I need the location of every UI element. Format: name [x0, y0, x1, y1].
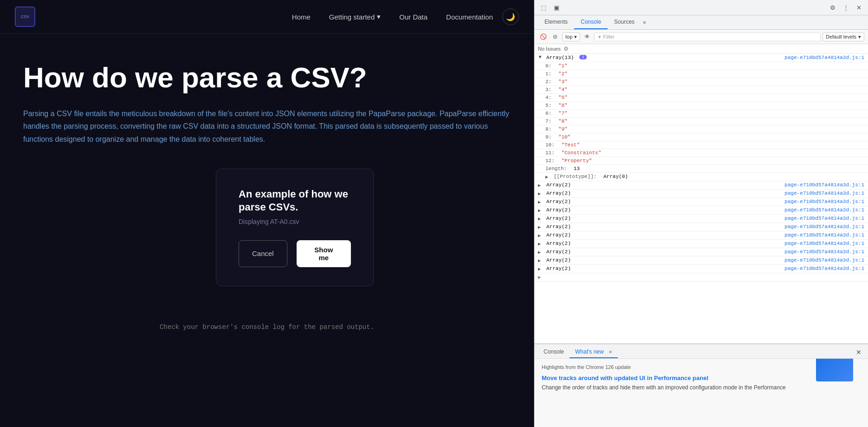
file-link[interactable]: page-e710bd57a4814a3d.js:1 [781, 199, 864, 204]
dt-more-tabs[interactable]: » [643, 19, 646, 26]
nav-links: Home Getting started ▾ Our Data Document… [292, 13, 493, 21]
devtools-inspect-icon[interactable]: ⬚ [538, 2, 549, 13]
dt-levels-selector[interactable]: Default levels ▾ [823, 33, 864, 41]
expand-arrow-icon[interactable]: ▶ [538, 199, 543, 205]
file-link[interactable]: page-e710bd57a4814a3d.js:1 [781, 216, 864, 221]
page-title: How do we parse a CSV? [23, 62, 511, 93]
console-array-collapsed-3[interactable]: ▶ Array(2) page-e710bd57a4814a3d.js:1 [534, 198, 868, 206]
file-link[interactable]: page-e710bd57a4814a3d.js:1 [781, 191, 864, 196]
console-array-collapsed-7[interactable]: ▶ Array(2) page-e710bd57a4814a3d.js:1 [534, 231, 868, 240]
dt-console-output[interactable]: ▶ Array(13) i page-e710bd57a4814a3d.js:1… [534, 54, 868, 343]
console-array-collapsed-4[interactable]: ▶ Array(2) page-e710bd57a4814a3d.js:1 [534, 206, 868, 215]
whats-new-title[interactable]: Move tracks around with updated UI in Pe… [542, 374, 861, 381]
devtools-tabs: Elements Console Sources » [534, 15, 868, 30]
devtools-settings-icon[interactable]: ⚙ [827, 2, 838, 13]
console-array-collapsed-9[interactable]: ▶ Array(2) page-e710bd57a4814a3d.js:1 [534, 248, 868, 256]
dt-filter-input[interactable]: ▾ Filter [594, 33, 821, 41]
file-link[interactable]: page-e710bd57a4814a3d.js:1 [781, 241, 864, 246]
nav-home[interactable]: Home [292, 13, 311, 21]
nav-documentation[interactable]: Documentation [446, 13, 493, 21]
array-label: Array(13) [546, 55, 574, 60]
dt-clear-button[interactable]: 🚫 [538, 32, 548, 42]
array-child-10: 10: "Test" [534, 141, 868, 149]
whats-new-text: Change the order of tracks and hide them… [542, 384, 861, 391]
cancel-button[interactable]: Cancel [239, 240, 287, 267]
modal-buttons: Cancel Show me [239, 240, 351, 267]
console-array-collapsed-10[interactable]: ▶ Array(2) page-e710bd57a4814a3d.js:1 [534, 256, 868, 265]
array-child-7: 7: "8" [534, 118, 868, 125]
array-child-8: 8: "9" [534, 125, 868, 133]
array-length: length: 13 [534, 165, 868, 173]
logo-text: CSV [21, 14, 30, 19]
dt-tab-console[interactable]: Console [538, 346, 570, 358]
array-child-5: 5: "6" [534, 102, 868, 110]
console-array-collapsed-1[interactable]: ▶ Array(2) page-e710bd57a4814a3d.js:1 [534, 181, 868, 190]
dt-tab-close-icon[interactable]: ✕ [609, 349, 612, 355]
nav-our-data[interactable]: Our Data [399, 13, 428, 21]
dt-tab-whats-new[interactable]: What's new ✕ [570, 346, 618, 358]
tab-elements[interactable]: Elements [538, 15, 574, 29]
console-array-collapsed-2[interactable]: ▶ Array(2) page-e710bd57a4814a3d.js:1 [534, 190, 868, 198]
console-array-collapsed-8[interactable]: ▶ Array(2) page-e710bd57a4814a3d.js:1 [534, 240, 868, 248]
chevron-down-icon: ▾ [858, 34, 861, 40]
devtools-close-icon[interactable]: ✕ [853, 2, 864, 13]
nav-getting-started[interactable]: Getting started ▾ [329, 13, 381, 21]
array-child-2: 2: "3" [534, 78, 868, 86]
file-link[interactable]: page-e710bd57a4814a3d.js:1 [781, 257, 864, 263]
theme-toggle-button[interactable]: 🌙 [502, 8, 519, 25]
dt-pause-button[interactable]: ⊘ [550, 32, 560, 42]
dt-context-selector[interactable]: top ▾ [562, 33, 580, 41]
devtools-more-icon[interactable]: ⋮ [840, 2, 851, 13]
main-site: CSV Home Getting started ▾ Our Data Docu… [0, 0, 534, 427]
tab-sources[interactable]: Sources [608, 15, 641, 29]
file-link[interactable]: page-e710bd57a4814a3d.js:1 [781, 232, 864, 238]
expand-arrow-icon[interactable]: ▶ [538, 266, 543, 272]
file-link[interactable]: page-e710bd57a4814a3d.js:1 [781, 207, 864, 213]
expand-arrow-icon[interactable]: ▶ [538, 224, 543, 230]
dt-top-label: top [565, 34, 572, 39]
dt-bottom-content: Highlights from the Chrome 126 update Mo… [534, 359, 868, 427]
file-link[interactable]: page-e710bd57a4814a3d.js:1 [781, 55, 864, 60]
issues-gear-icon[interactable]: ⚙ [564, 46, 569, 52]
console-arrow-icon: ▶ [538, 274, 541, 280]
modal-subtext: Displaying AT-A0.csv [239, 218, 351, 225]
devtools-device-icon[interactable]: ▣ [551, 2, 562, 13]
tab-console[interactable]: Console [574, 15, 608, 29]
expand-arrow-icon[interactable]: ▶ [538, 241, 543, 247]
modal-heading: An example of how we parse CSVs. [239, 188, 351, 214]
dt-bottom-panel-close-button[interactable]: ✕ [853, 348, 864, 357]
expand-arrow-icon[interactable]: ▶ [538, 183, 543, 188]
chevron-down-icon: ▾ [377, 13, 381, 21]
file-link[interactable]: page-e710bd57a4814a3d.js:1 [781, 249, 864, 255]
array-child-9: 9: "10" [534, 133, 868, 141]
expand-arrow-icon[interactable]: ▶ [538, 191, 543, 197]
expand-arrow-icon[interactable]: ▶ [538, 208, 543, 213]
array-child-3: 3: "4" [534, 86, 868, 94]
devtools-topbar: ⬚ ▣ ⚙ ⋮ ✕ [534, 0, 868, 15]
file-link[interactable]: page-e710bd57a4814a3d.js:1 [781, 182, 864, 188]
dt-whats-new-content: Highlights from the Chrome 126 update Mo… [542, 364, 861, 391]
modal-card: An example of how we parse CSVs. Display… [216, 169, 374, 286]
expand-arrow-icon[interactable]: ▶ [538, 216, 543, 222]
expand-arrow-icon[interactable]: ▶ [538, 233, 543, 238]
array-child-0: 0: "1" [534, 62, 868, 70]
console-array-expanded[interactable]: ▶ Array(13) i page-e710bd57a4814a3d.js:1 [534, 54, 868, 62]
file-link[interactable]: page-e710bd57a4814a3d.js:1 [781, 266, 864, 271]
expand-arrow-icon[interactable]: ▶ [545, 174, 550, 180]
whats-new-image [816, 359, 853, 381]
console-array-collapsed-6[interactable]: ▶ Array(2) page-e710bd57a4814a3d.js:1 [534, 223, 868, 231]
dt-eye-button[interactable]: 👁 [582, 32, 592, 42]
console-array-collapsed-5[interactable]: ▶ Array(2) page-e710bd57a4814a3d.js:1 [534, 215, 868, 223]
expand-arrow-icon[interactable]: ▶ [538, 258, 543, 263]
expand-arrow-icon[interactable]: ▶ [538, 56, 543, 60]
console-arrow-row[interactable]: ▶ [534, 273, 868, 282]
chevron-down-icon: ▾ [574, 34, 577, 40]
array-child-1: 1: "2" [534, 70, 868, 78]
file-link[interactable]: page-e710bd57a4814a3d.js:1 [781, 224, 864, 230]
dt-issues-bar: No Issues ⚙ [534, 44, 868, 54]
console-array-collapsed-11[interactable]: ▶ Array(2) page-e710bd57a4814a3d.js:1 [534, 265, 868, 273]
expand-arrow-icon[interactable]: ▶ [538, 250, 543, 255]
array-prototype: ▶ [[Prototype]]: Array(0) [534, 173, 868, 181]
navbar: CSV Home Getting started ▾ Our Data Docu… [0, 0, 534, 34]
show-me-button[interactable]: Show me [297, 240, 351, 267]
